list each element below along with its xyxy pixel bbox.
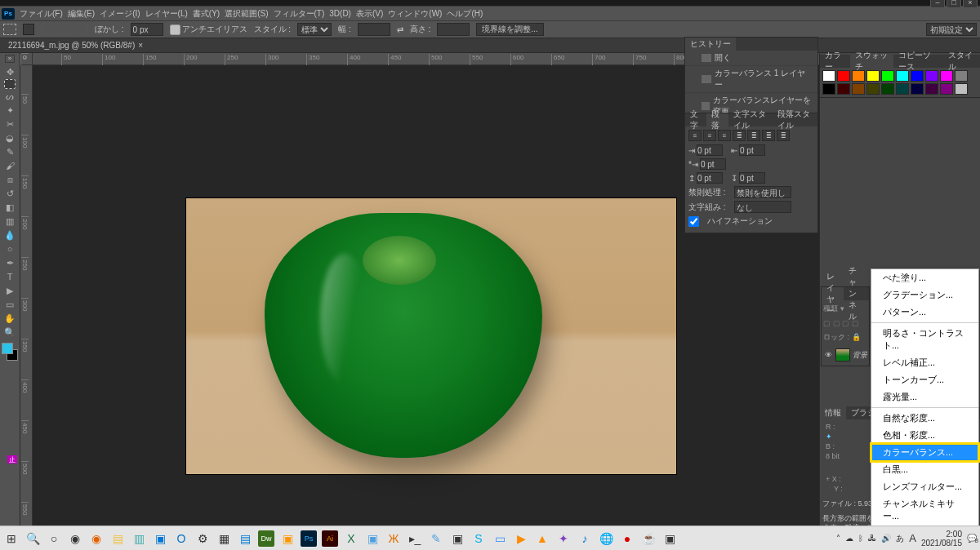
swatch-cell[interactable] xyxy=(911,70,924,82)
swatch-cell[interactable] xyxy=(940,83,953,95)
tray-ime-icon[interactable]: あ xyxy=(896,533,904,544)
kinsoku-select[interactable]: 禁則を使用しない xyxy=(734,186,791,198)
document-tab-close-icon[interactable]: × xyxy=(138,41,143,50)
color-swatch[interactable] xyxy=(2,343,18,361)
style-select[interactable]: 標準 xyxy=(297,23,332,36)
chrome-icon[interactable]: ◉ xyxy=(67,530,83,547)
menu-image[interactable]: イメージ(I) xyxy=(100,8,140,20)
swatch-cell[interactable] xyxy=(881,83,894,95)
foreground-color-swatch[interactable] xyxy=(2,343,13,354)
pen-tool-icon[interactable]: ✒ xyxy=(2,256,18,269)
swatch-cell[interactable] xyxy=(925,83,938,95)
eraser-tool-icon[interactable]: ◧ xyxy=(2,201,18,214)
dodge-tool-icon[interactable]: ○ xyxy=(2,242,18,255)
notepad-icon[interactable]: ▥ xyxy=(131,530,147,547)
path-selection-tool-icon[interactable]: ▶ xyxy=(2,284,18,297)
info-tab[interactable]: 情報 xyxy=(820,406,846,419)
menu-window[interactable]: ウィンドウ(W) xyxy=(388,8,442,20)
align-center-icon[interactable]: ≡ xyxy=(703,130,716,141)
selection-mode-new-icon[interactable] xyxy=(23,24,34,35)
justify-left-icon[interactable]: ≣ xyxy=(733,130,746,141)
antialias-checkbox[interactable]: アンチエイリアス xyxy=(170,24,247,35)
swatches-tab[interactable]: コピーソース xyxy=(893,55,943,68)
space-before-input[interactable] xyxy=(697,172,723,184)
selection-mode-intersect-icon[interactable] xyxy=(77,24,88,35)
type-tool-icon[interactable]: T xyxy=(2,270,18,283)
layer-row-bg[interactable]: 👁 背景 xyxy=(823,346,867,364)
start-button[interactable]: ⊞ xyxy=(3,530,20,547)
java-icon[interactable]: ☕ xyxy=(640,530,657,547)
adjustment-menu-item[interactable]: チャンネルミキサー... xyxy=(871,495,978,525)
zoom-tool-icon[interactable]: 🔍 xyxy=(2,326,18,339)
media-icon[interactable]: ▶ xyxy=(513,530,529,547)
tray-onedrive-icon[interactable]: ☁ xyxy=(845,534,853,543)
tray-volume-icon[interactable]: 🔊 xyxy=(881,534,891,543)
menu-3d[interactable]: 3D(D) xyxy=(329,9,351,18)
paragraph-tab[interactable]: 段落 xyxy=(706,113,728,126)
illustrator-icon[interactable]: Ai xyxy=(322,530,338,547)
cortana-icon[interactable]: ○ xyxy=(46,530,62,547)
notification-icon[interactable]: 💬8 xyxy=(967,534,977,543)
marquee-tool-icon[interactable] xyxy=(4,79,16,89)
stamp-tool-icon[interactable]: ⧇ xyxy=(2,173,18,186)
justify-center-icon[interactable]: ≣ xyxy=(747,130,760,141)
swatch-cell[interactable] xyxy=(852,70,865,82)
swatches-tab[interactable]: カラー xyxy=(820,55,850,68)
history-brush-tool-icon[interactable]: ↺ xyxy=(2,187,18,200)
paragraph-tab[interactable]: 段落スタイル xyxy=(773,113,817,126)
dreamweaver-icon[interactable]: Dw xyxy=(258,530,274,547)
outlook-icon[interactable]: O xyxy=(173,530,189,547)
adjustment-menu-item[interactable]: 明るさ・コントラスト... xyxy=(871,325,978,354)
paragraph-tab[interactable]: 文字 xyxy=(685,113,706,126)
brush-tool-icon[interactable]: 🖌 xyxy=(2,159,18,172)
menu-filter[interactable]: フィルター(T) xyxy=(274,8,325,20)
menu-select[interactable]: 選択範囲(S) xyxy=(225,8,268,20)
layer-thumbnail[interactable] xyxy=(835,348,850,361)
layer-visibility-icon[interactable]: 👁 xyxy=(823,350,833,360)
layers-tab[interactable]: チャンネル xyxy=(844,287,869,300)
mojikumi-select[interactable]: なし xyxy=(734,201,791,213)
swatch-cell[interactable] xyxy=(881,70,894,82)
lasso-tool-icon[interactable]: ᔕ xyxy=(2,90,18,103)
swatch-cell[interactable] xyxy=(852,83,865,95)
align-left-icon[interactable]: ≡ xyxy=(688,130,702,141)
workspace-switcher[interactable]: 初期設定 xyxy=(926,23,977,36)
feather-input[interactable] xyxy=(131,23,163,36)
adjustment-menu-item[interactable]: 自然な彩度... xyxy=(871,410,978,427)
justify-right-icon[interactable]: ≣ xyxy=(762,130,775,141)
document-tab[interactable]: 22116694_m.jpg @ 50% (RGB/8#) × xyxy=(3,38,148,52)
adjustment-menu-item[interactable]: べた塗り... xyxy=(871,269,978,286)
move-tool-icon[interactable]: ✥ xyxy=(2,65,18,78)
globe-icon[interactable]: 🌐 xyxy=(598,530,614,547)
taskbar-clock[interactable]: 2:00 2021/08/15 xyxy=(921,530,962,548)
adjustment-menu-item[interactable]: トーンカーブ... xyxy=(871,371,978,388)
adjustment-menu-item[interactable]: 色相・彩度... xyxy=(871,427,978,444)
history-step[interactable]: 開く xyxy=(685,51,817,66)
swatch-cell[interactable] xyxy=(896,70,909,82)
adjustment-menu-item[interactable]: 露光量... xyxy=(871,388,978,406)
align-right-icon[interactable]: ≡ xyxy=(718,130,731,141)
settings-icon[interactable]: ⚙ xyxy=(194,530,211,547)
history-tab[interactable]: ヒストリー xyxy=(685,38,736,51)
swatch-cell[interactable] xyxy=(911,83,924,95)
crop-tool-icon[interactable]: ✂ xyxy=(2,118,18,131)
quickmask-icon[interactable]: 止 xyxy=(7,455,17,464)
swatch-cell[interactable] xyxy=(866,83,880,95)
butterfly-icon[interactable]: Ж xyxy=(385,530,402,547)
tray-network-icon[interactable]: 🖧 xyxy=(868,534,876,543)
photos-icon[interactable]: ▣ xyxy=(152,530,168,547)
sublime-icon[interactable]: ▣ xyxy=(279,530,296,547)
menu-file[interactable]: ファイル(F) xyxy=(20,8,63,20)
menu-edit[interactable]: 編集(E) xyxy=(68,8,95,20)
adjustment-menu-item[interactable]: 白黒... xyxy=(871,461,978,478)
paragraph-tab[interactable]: 文字スタイル xyxy=(728,113,773,126)
obs-icon[interactable]: ▣ xyxy=(449,530,466,547)
tray-input-icon[interactable]: A xyxy=(909,532,916,544)
hyphenation-checkbox[interactable]: ハイフネーション xyxy=(688,215,814,227)
layer-name[interactable]: 背景 xyxy=(853,350,867,361)
menu-layer[interactable]: レイヤー(L) xyxy=(145,8,188,20)
adjustment-menu-item[interactable]: レベル補正... xyxy=(871,354,978,371)
swatch-cell[interactable] xyxy=(955,83,968,95)
refine-edge-button[interactable]: 境界線を調整... xyxy=(476,23,543,36)
skype-icon[interactable]: S xyxy=(470,530,487,547)
